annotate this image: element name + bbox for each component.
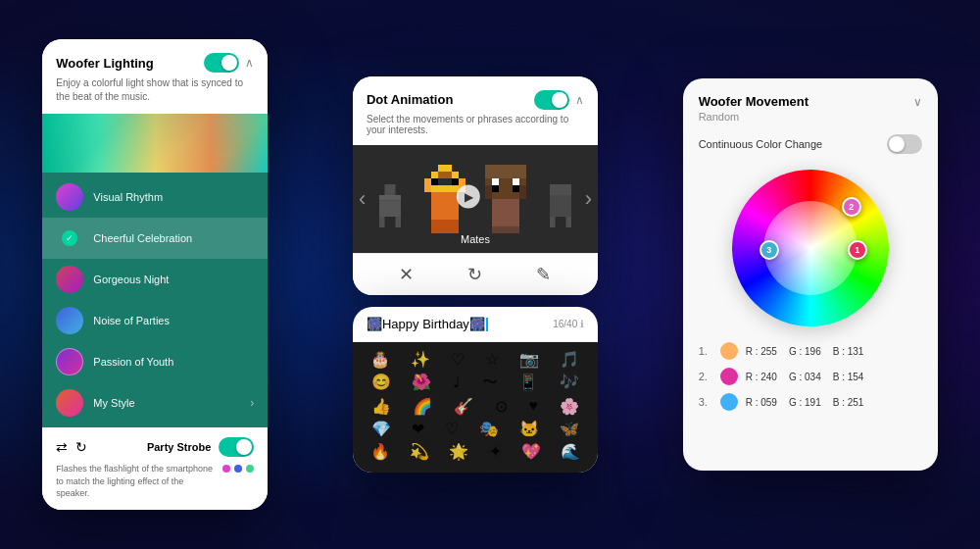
emoji-item[interactable]: 🎭	[479, 420, 499, 438]
emoji-item[interactable]: 🌈	[413, 397, 432, 416]
carousel-label: Mates	[461, 233, 490, 245]
emoji-item[interactable]: 💎	[371, 420, 391, 438]
card1-header: Woofer Lighting ∧ Enjoy a colorful light…	[42, 39, 268, 114]
emoji-item[interactable]: 〜	[482, 373, 498, 393]
list-item[interactable]: My Style ›	[42, 382, 268, 424]
svg-rect-2	[379, 200, 401, 217]
emoji-item[interactable]: 😊	[371, 373, 391, 393]
carousel[interactable]: ‹	[353, 145, 598, 253]
svg-rect-32	[565, 217, 571, 227]
color-pin-3[interactable]: 3	[760, 240, 779, 260]
input-text[interactable]: 🎆Happy Birthday🎆	[367, 317, 489, 332]
carousel-right-icon[interactable]: ›	[585, 186, 592, 212]
emoji-item[interactable]: ❤	[412, 420, 424, 438]
play-button[interactable]: ▶	[457, 184, 480, 208]
item-icon	[56, 389, 83, 417]
color-row-3: 3. R : 059 G : 191 B : 251	[699, 393, 922, 411]
emoji-item[interactable]: 🦋	[560, 420, 579, 438]
color-swatch-1	[720, 342, 738, 360]
emoji-item[interactable]: 🔥	[370, 442, 390, 461]
list-item[interactable]: ✓ Cheerful Celebration	[42, 218, 268, 259]
emoji-item[interactable]: ✨	[411, 350, 430, 369]
emoji-item[interactable]: ☆	[485, 350, 499, 369]
swatch-dot	[234, 465, 242, 473]
card4-chevron[interactable]: ∨	[913, 95, 922, 109]
party-strobe-toggle[interactable]	[219, 437, 254, 457]
item-label: Passion of Youth	[93, 356, 254, 368]
r-val: R : 255	[746, 346, 777, 357]
woofer-lighting-toggle[interactable]	[204, 53, 239, 73]
emoji-item[interactable]: ♡	[451, 350, 465, 369]
card2-actions: ✕ ↻ ✎	[353, 253, 598, 295]
emoji-item[interactable]: 🎵	[560, 350, 579, 369]
play-icon: ▶	[465, 189, 473, 203]
emoji-item[interactable]: 💫	[410, 442, 429, 461]
char-counter: 16/40 ℹ	[553, 319, 584, 329]
emoji-item[interactable]: 🌺	[412, 373, 431, 393]
item-label: Visual Rhythm	[93, 191, 254, 203]
emoji-item[interactable]: 🌟	[449, 442, 468, 461]
emoji-item[interactable]: 👍	[371, 397, 391, 416]
svg-rect-12	[431, 192, 459, 220]
color-pin-1[interactable]: 1	[848, 240, 867, 260]
svg-rect-26	[506, 226, 519, 233]
b-val: B : 251	[833, 397, 864, 408]
emoji-item[interactable]: ⊙	[495, 397, 508, 416]
svg-rect-28	[519, 165, 526, 178]
emoji-item[interactable]: 🎂	[370, 350, 390, 369]
emoji-item[interactable]: ♩	[453, 373, 461, 393]
emoji-item[interactable]: 🌊	[561, 442, 580, 461]
item-icon	[56, 183, 83, 211]
list-item[interactable]: Noise of Parties	[42, 300, 268, 341]
svg-rect-27	[485, 165, 492, 178]
g-val: G : 191	[789, 397, 821, 408]
g-val: G : 034	[789, 372, 821, 382]
cc-label: Continuous Color Change	[699, 138, 823, 150]
party-strobe-label: Party Strobe	[147, 441, 211, 453]
emoji-row: 🔥 💫 🌟 ✦ 💖 🌊	[361, 442, 590, 461]
svg-rect-16	[492, 165, 519, 178]
emoji-item[interactable]: 🌸	[560, 397, 579, 416]
carousel-left-icon[interactable]: ‹	[359, 186, 366, 212]
color-num: 3.	[699, 396, 712, 408]
svg-rect-3	[379, 217, 385, 227]
card1-chevron[interactable]: ∧	[245, 56, 254, 70]
center-cards: Dot Animation ∧ Select the movements or …	[353, 76, 598, 474]
dot-animation-toggle[interactable]	[534, 90, 569, 110]
color-wheel[interactable]: 1 2 3	[732, 170, 889, 326]
svg-rect-5	[438, 165, 452, 172]
emoji-grid: 🎂 ✨ ♡ ☆ 📷 🎵 😊 🌺 ♩ 〜 📱 🎶 👍 🌈 🎸 ⊙ ♥	[353, 342, 598, 473]
repeat-action-icon[interactable]: ↻	[467, 264, 482, 285]
list-item[interactable]: Passion of Youth	[42, 341, 268, 382]
emoji-item[interactable]: 📱	[518, 373, 538, 393]
emoji-item[interactable]: 💖	[521, 442, 541, 461]
card2-title: Dot Animation	[367, 92, 453, 107]
close-action-icon[interactable]: ✕	[399, 264, 414, 285]
svg-rect-0	[384, 184, 395, 195]
list-item[interactable]: Visual Rhythm	[42, 176, 268, 218]
check-icon: ✓	[62, 230, 77, 246]
emoji-item[interactable]: 🎸	[454, 397, 473, 416]
svg-rect-25	[492, 226, 506, 233]
emoji-item[interactable]: 🎶	[560, 373, 579, 393]
card4-title: Woofer Movement	[699, 94, 808, 109]
emoji-item[interactable]: ♡	[445, 420, 459, 438]
emoji-item[interactable]: ✦	[489, 442, 502, 461]
pixel-char-center2	[478, 165, 533, 233]
item-icon: ✓	[56, 225, 83, 252]
cc-toggle[interactable]	[887, 134, 922, 154]
color-row-1: 1. R : 255 G : 196 B : 131	[699, 342, 922, 360]
emoji-item[interactable]: ♥	[529, 397, 539, 416]
emoji-row: 💎 ❤ ♡ 🎭 🐱 🦋	[361, 420, 590, 438]
list-item[interactable]: Gorgeous Night	[42, 259, 268, 300]
card1-list: Visual Rhythm ✓ Cheerful Celebration Gor…	[42, 173, 268, 427]
emoji-item[interactable]: 📷	[519, 350, 539, 369]
emoji-row: 👍 🌈 🎸 ⊙ ♥ 🌸	[361, 397, 590, 416]
card3-header: 🎆Happy Birthday🎆 16/40 ℹ	[353, 307, 598, 343]
emoji-item[interactable]: 🐱	[519, 420, 539, 438]
color-pin-2[interactable]: 2	[842, 197, 861, 217]
card2-desc: Select the movements or phrases accordin…	[367, 114, 584, 135]
party-strobe-desc: Flashes the flashlight of the smartphone…	[56, 463, 215, 500]
card2-chevron[interactable]: ∧	[575, 93, 584, 107]
edit-action-icon[interactable]: ✎	[536, 264, 551, 285]
